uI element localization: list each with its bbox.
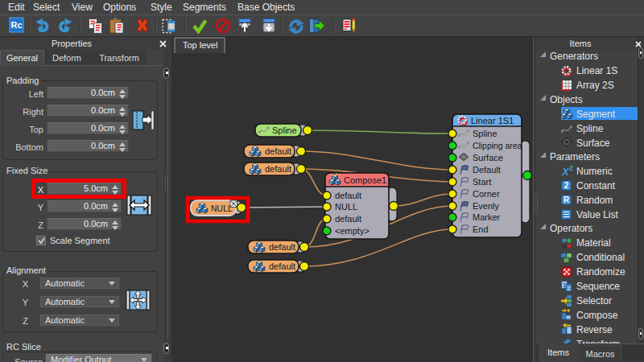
svg-text:Randomize: Randomize — [576, 266, 625, 278]
svg-text:default: default — [335, 191, 361, 200]
svg-text:Compose1: Compose1 — [344, 175, 386, 185]
svg-text:default: default — [265, 146, 291, 156]
svg-text:Operators: Operators — [550, 223, 592, 234]
svg-text:Linear 1S1: Linear 1S1 — [471, 116, 514, 125]
svg-text:Corner: Corner — [473, 189, 500, 199]
svg-text:Clipping area: Clipping area — [473, 142, 522, 150]
svg-text:Parameters: Parameters — [550, 151, 600, 162]
svg-text:Generators: Generators — [550, 51, 598, 62]
svg-text:2: 2 — [564, 181, 569, 190]
svg-text:Spline: Spline — [473, 129, 497, 138]
svg-text:default: default — [335, 214, 361, 224]
svg-text:Linear 1S: Linear 1S — [576, 65, 617, 76]
svg-text:Conditional: Conditional — [576, 252, 625, 263]
svg-text:default: default — [269, 242, 295, 252]
svg-text:default: default — [269, 261, 295, 271]
svg-text:Top level: Top level — [183, 40, 217, 50]
svg-text:2: 2 — [569, 164, 573, 172]
svg-text:End: End — [473, 224, 489, 234]
svg-text:Array 2S: Array 2S — [576, 80, 614, 91]
svg-text:Value List: Value List — [576, 209, 618, 220]
svg-text:R: R — [564, 195, 570, 204]
svg-text:Selector: Selector — [576, 295, 612, 306]
svg-text:Constant: Constant — [576, 180, 616, 191]
svg-text:Reverse: Reverse — [576, 324, 613, 335]
svg-text:Surface: Surface — [576, 138, 610, 149]
svg-text:NULL: NULL — [335, 202, 357, 212]
svg-text:Objects: Objects — [550, 94, 583, 105]
svg-text:default: default — [265, 164, 291, 174]
svg-text:Random: Random — [576, 195, 613, 206]
svg-text:Rc: Rc — [10, 20, 22, 30]
svg-text:Numeric: Numeric — [576, 166, 613, 177]
svg-text:Material: Material — [576, 237, 611, 249]
svg-text:Start: Start — [473, 177, 491, 187]
svg-text:Spline: Spline — [576, 123, 604, 134]
svg-text:Marker: Marker — [473, 212, 501, 222]
svg-text:Sequence: Sequence — [576, 281, 620, 292]
svg-text:Compose: Compose — [576, 310, 618, 321]
svg-text:2: 2 — [567, 285, 571, 292]
svg-text:Segment: Segment — [576, 109, 616, 120]
svg-text:Evenly: Evenly — [473, 201, 500, 211]
svg-text:NULL: NULL — [211, 204, 233, 213]
svg-text:<empty>: <empty> — [335, 226, 369, 236]
svg-text:Spline: Spline — [272, 125, 297, 135]
svg-text:Surface: Surface — [473, 153, 503, 162]
svg-text:Default: Default — [473, 165, 501, 175]
